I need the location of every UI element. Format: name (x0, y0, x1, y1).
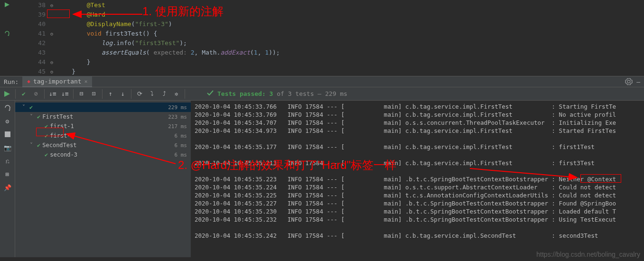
tab-label: tag-important (33, 78, 82, 85)
tree-row[interactable]: ✔first-1217 ms (15, 121, 191, 131)
prev-button[interactable]: ↑ (105, 89, 116, 99)
export-button[interactable]: ⤴ (159, 89, 169, 99)
run-config-tab[interactable]: ◆ tag-important ✕ (22, 76, 92, 87)
debug-icon[interactable]: ⚙ (3, 117, 12, 125)
svg-marker-3 (9, 109, 10, 111)
run-content: ⚙ 📷 ⎌ ⊞ 📌 ˅✔229 ms˅✔FirstTest223 ms✔firs… (0, 101, 644, 257)
import-button[interactable]: ⤵ (147, 89, 157, 99)
tree-row[interactable]: ˅✔229 ms (15, 103, 191, 112)
camera-icon[interactable]: 📷 (3, 143, 12, 152)
pin-icon[interactable]: 📌 (3, 183, 12, 192)
run-tool-window-header: Run: ◆ tag-important ✕ — (0, 76, 644, 87)
svg-marker-1 (8, 35, 9, 37)
tests-status: Tests passed: 3 of 3 tests – 229 ms (215, 90, 347, 97)
stop-icon[interactable] (3, 130, 12, 139)
history-button[interactable]: ⟳ (134, 89, 145, 99)
expand-button[interactable]: ⊟ (76, 89, 87, 99)
watermark: https://blog.csdn.net/boling_cavalry (536, 251, 640, 258)
hide-icon[interactable]: — (636, 78, 640, 85)
tree-row[interactable]: ˅✔FirstTest223 ms (15, 112, 191, 121)
junit-icon: ◆ (27, 78, 30, 84)
layout-icon[interactable]: ⊞ (3, 170, 12, 178)
show-passed-button[interactable]: ✔ (19, 89, 29, 99)
tree-row[interactable]: ✔first-36 ms (15, 131, 191, 140)
exit-icon[interactable]: ⎌ (3, 157, 12, 165)
svg-marker-0 (5, 2, 9, 7)
next-button[interactable]: ↓ (118, 89, 128, 99)
svg-rect-4 (5, 131, 10, 137)
collapse-button[interactable]: ⊡ (89, 89, 99, 99)
settings-button[interactable]: ✲ (171, 89, 182, 99)
tree-row[interactable]: ✔second-36 ms (15, 150, 191, 159)
run-button[interactable] (2, 89, 12, 99)
tree-row[interactable]: ˅✔SecondTest6 ms (15, 140, 191, 150)
sort-alpha-button[interactable]: ↓≡ (60, 89, 70, 99)
rerun-icon[interactable] (3, 103, 12, 112)
gear-icon[interactable] (625, 78, 633, 85)
test-tree[interactable]: ˅✔229 ms˅✔FirstTest223 ms✔first-1217 ms✔… (15, 101, 191, 257)
code-editor[interactable]: 38⊖ @Test39 @Hard40 @DisplayName("first-… (0, 0, 644, 76)
sort-button[interactable]: ↓≡ (47, 89, 58, 99)
check-icon (207, 90, 214, 98)
console-output[interactable]: 2020-10-04 10:45:33.766 INFO 17584 --- [… (191, 101, 644, 257)
close-icon[interactable]: ✕ (84, 78, 88, 84)
run-side-toolbar: ⚙ 📷 ⎌ ⊞ 📌 (0, 101, 15, 257)
show-ignored-button[interactable]: ⊘ (31, 89, 41, 99)
run-label: Run: (4, 78, 19, 85)
test-toolbar: ✔ ⊘ ↓≡ ↓≡ ⊟ ⊡ ↑ ↓ ⟳ ⤵ ⤴ ✲ Tests passed: … (0, 87, 644, 101)
svg-marker-2 (4, 91, 10, 97)
